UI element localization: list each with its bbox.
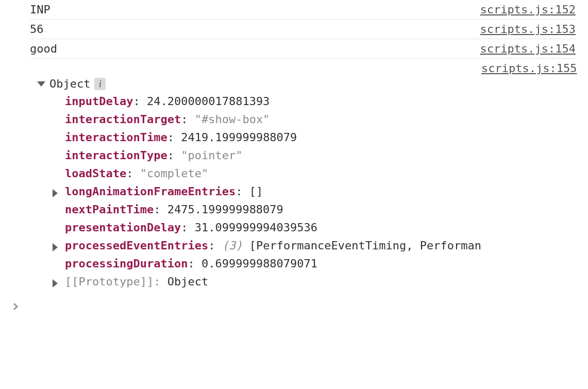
property-row[interactable]: inputDelay: 24.200000017881393 [53, 92, 481, 110]
property-key: processingDuration [65, 257, 188, 270]
property-row-expandable[interactable]: longAnimationFrameEntries: [] [53, 182, 481, 200]
property-value: 24.200000017881393 [147, 95, 270, 108]
object-content: Object i inputDelay: 24.200000017881393 … [30, 62, 481, 291]
property-value: "complete" [140, 167, 208, 180]
property-value: 2419.199999988079 [181, 131, 297, 144]
log-entry: good scripts.js:154 [30, 39, 576, 59]
property-value: "#show-box" [195, 113, 270, 126]
property-key: nextPaintTime [65, 203, 154, 216]
log-source-link[interactable]: scripts.js:153 [480, 23, 576, 36]
property-row[interactable]: presentationDelay: 31.099999994039536 [53, 218, 481, 236]
property-key: interactionTarget [65, 113, 181, 126]
property-value: [] [249, 185, 263, 198]
property-row-expandable[interactable]: processedEventEntries: (3) [PerformanceE… [53, 236, 481, 255]
property-row[interactable]: interactionTarget: "#show-box" [53, 110, 481, 128]
property-key: interactionType [65, 149, 167, 162]
property-key: presentationDelay [65, 221, 181, 234]
log-message: good [30, 42, 57, 55]
property-row[interactable]: interactionType: "pointer" [53, 146, 481, 164]
property-row[interactable]: interactionTime: 2419.199999988079 [53, 128, 481, 146]
expand-triangle-icon[interactable] [53, 189, 58, 197]
console-prompt[interactable] [0, 294, 588, 317]
console-log-panel: INP scripts.js:152 56 scripts.js:153 goo… [0, 0, 588, 317]
log-source-column: scripts.js:155 [481, 62, 577, 75]
property-value: 0.699999988079071 [201, 257, 317, 270]
property-preview: [PerformanceEventTiming, Performan [249, 239, 481, 252]
property-value: 31.099999994039536 [195, 221, 317, 234]
log-entry: 56 scripts.js:153 [30, 19, 576, 39]
property-row[interactable]: loadState: "complete" [53, 164, 481, 182]
property-value: Object [167, 275, 208, 288]
chevron-right-icon [11, 303, 18, 310]
expand-triangle-icon[interactable] [53, 243, 58, 251]
property-key: interactionTime [65, 131, 167, 144]
property-key: processedEventEntries [65, 239, 208, 252]
object-properties: inputDelay: 24.200000017881393 interacti… [53, 92, 481, 291]
property-key: [[Prototype]] [65, 275, 154, 288]
info-badge-icon[interactable]: i [94, 78, 106, 90]
property-count: (3) [222, 239, 243, 252]
property-value: "pointer" [181, 149, 242, 162]
collapse-triangle-icon[interactable] [37, 81, 45, 87]
property-value: 2475.199999988079 [167, 203, 283, 216]
object-type-label: Object [49, 77, 90, 90]
expand-triangle-icon[interactable] [53, 279, 58, 287]
property-row-prototype[interactable]: [[Prototype]]: Object [53, 273, 481, 291]
log-entry: INP scripts.js:152 [30, 0, 576, 20]
log-entry-object: Object i inputDelay: 24.200000017881393 … [30, 58, 576, 294]
property-row[interactable]: processingDuration: 0.699999988079071 [53, 255, 481, 273]
property-key: inputDelay [65, 95, 133, 108]
log-source-link[interactable]: scripts.js:155 [481, 62, 577, 75]
log-source-link[interactable]: scripts.js:152 [480, 3, 576, 16]
log-source-link[interactable]: scripts.js:154 [480, 42, 576, 55]
log-message: INP [30, 3, 51, 16]
object-header[interactable]: Object i [37, 77, 481, 90]
property-key: loadState [65, 167, 126, 180]
property-key: longAnimationFrameEntries [65, 185, 236, 198]
property-row[interactable]: nextPaintTime: 2475.199999988079 [53, 200, 481, 218]
log-message: 56 [30, 23, 44, 36]
